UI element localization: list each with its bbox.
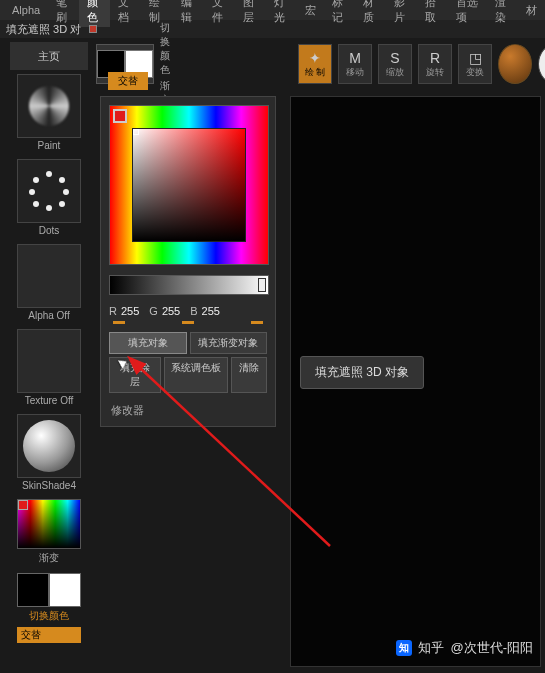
left-tray: 主页 Paint Dots Alpha Off Texture Off Skin…	[10, 42, 88, 643]
swatch-tabs: 交替	[108, 72, 148, 90]
draw-mode-button[interactable]: ✦ 绘 制	[298, 44, 332, 84]
brush-paint-label: Paint	[10, 140, 88, 155]
dots-ring-icon	[29, 171, 69, 211]
color-panel: R 255 G 255 B 255 填充对象 填充渐变对象 填充涂层 系统调色板…	[100, 96, 276, 427]
b-label: B	[190, 305, 197, 317]
watermark-author: @次世代-阳阳	[450, 639, 533, 657]
rgb-underlines	[109, 321, 267, 332]
gradient-thumb	[17, 499, 81, 549]
zhihu-logo-icon: 知	[396, 640, 412, 656]
brush-paint-thumb	[17, 74, 81, 138]
rotate-mode-button[interactable]: R 旋转	[418, 44, 452, 84]
color-picker[interactable]	[109, 105, 269, 265]
texture-slot[interactable]: Texture Off	[10, 329, 88, 410]
gradient-slot-label: 渐变	[10, 551, 88, 569]
swatch-labels: 切换颜色 渐变	[160, 21, 172, 107]
spiral-icon	[29, 86, 69, 126]
tab-alternate[interactable]: 交替	[108, 72, 148, 90]
gradient-slot[interactable]: 渐变	[10, 499, 88, 569]
scale-icon: S	[390, 50, 399, 66]
draw-icon: ✦	[309, 50, 321, 66]
rotate-icon: R	[430, 50, 440, 66]
r-field[interactable]: R 255	[109, 305, 139, 317]
material-slot[interactable]: SkinShade4	[10, 414, 88, 495]
menu-item-edit[interactable]: 编辑	[173, 0, 204, 27]
material-label: SkinShade4	[10, 480, 88, 495]
dual-swatch	[17, 573, 81, 607]
sphere-icon	[23, 420, 75, 472]
menu-item-render[interactable]: 渲染	[487, 0, 518, 27]
r-value: 255	[121, 305, 139, 317]
menu-item-material[interactable]: 材质	[355, 0, 386, 27]
menu-item-alpha[interactable]: Alpha	[4, 2, 48, 18]
watermark-prefix: 知乎	[418, 639, 444, 657]
swap-label[interactable]: 交替	[17, 627, 81, 643]
menu-item-more[interactable]: 材	[518, 1, 545, 20]
material-thumb	[17, 414, 81, 478]
move-icon: M	[349, 50, 361, 66]
menu-item-pick[interactable]: 拾取	[417, 0, 448, 27]
move-mode-button[interactable]: M 移动	[338, 44, 372, 84]
b-field[interactable]: B 255	[190, 305, 220, 317]
modifier-section-label[interactable]: 修改器	[109, 403, 267, 418]
dual-swatch-white	[49, 573, 81, 607]
scale-mode-button[interactable]: S 缩放	[378, 44, 412, 84]
clear-button[interactable]: 清除	[231, 357, 267, 393]
menu-item-doc[interactable]: 文档	[110, 0, 141, 27]
dual-swatch-black	[17, 573, 49, 607]
stroke-dots-slot[interactable]: Dots	[10, 159, 88, 240]
move-label: 移动	[346, 66, 364, 79]
stroke-dots-thumb	[17, 159, 81, 223]
switch-color-slot-label: 切换颜色	[10, 609, 88, 627]
mode-buttons: ✦ 绘 制 M 移动 S 缩放 R 旋转 ◳ 变换 Mrgb Rgb	[298, 44, 545, 84]
main-menu: Alpha 笔刷 颜色 文档 绘制 编辑 文件 图层 灯光 宏 标记 材质 影片…	[0, 0, 545, 20]
switch-color-slot[interactable]: 切换颜色 交替	[10, 573, 88, 643]
texture-thumb	[17, 329, 81, 393]
g-value: 255	[162, 305, 180, 317]
menu-item-mark[interactable]: 标记	[324, 0, 355, 27]
yin-yang-button[interactable]	[538, 44, 545, 84]
value-slider[interactable]	[109, 275, 269, 295]
fill-object-button[interactable]: 填充对象	[109, 332, 187, 354]
stroke-dots-label: Dots	[10, 225, 88, 240]
g-field[interactable]: G 255	[149, 305, 180, 317]
watermark: 知 知乎 @次世代-阳阳	[396, 639, 533, 657]
menu-item-light[interactable]: 灯光	[266, 0, 297, 27]
rotate-label: 旋转	[426, 66, 444, 79]
menu-item-macro[interactable]: 宏	[297, 1, 324, 20]
tooltip: 填充遮照 3D 对象	[300, 356, 424, 389]
b-value: 255	[202, 305, 220, 317]
brush-paint-slot[interactable]: Paint	[10, 74, 88, 155]
sphere-tool-button[interactable]	[498, 44, 532, 84]
texture-label: Texture Off	[10, 395, 88, 410]
menu-item-prefs[interactable]: 首选项	[448, 0, 487, 27]
alpha-slot[interactable]: Alpha Off	[10, 244, 88, 325]
xform-label: 变换	[466, 66, 484, 79]
draw-label: 绘 制	[305, 66, 326, 79]
fill-gradient-object-button[interactable]: 填充渐变对象	[190, 332, 268, 354]
current-color-chip[interactable]	[113, 109, 127, 123]
fill-layer-button[interactable]: 填充涂层	[109, 357, 161, 393]
sub-header-label: 填充遮照 3D 对	[0, 20, 87, 39]
r-label: R	[109, 305, 117, 317]
home-button[interactable]: 主页	[10, 42, 88, 70]
toolbar: 切换颜色 渐变 ✦ 绘 制 M 移动 S 缩放 R 旋转 ◳ 变换 Mrgb R…	[92, 38, 545, 90]
menu-item-movie[interactable]: 影片	[386, 0, 417, 27]
alpha-label: Alpha Off	[10, 310, 88, 325]
sv-box[interactable]	[132, 128, 246, 242]
xform-icon: ◳	[469, 50, 482, 66]
color-flag-icon	[89, 25, 97, 33]
scale-label: 缩放	[386, 66, 404, 79]
g-label: G	[149, 305, 158, 317]
xform-mode-button[interactable]: ◳ 变换	[458, 44, 492, 84]
sv-cursor-icon	[133, 129, 139, 135]
fill-actions: 填充对象 填充渐变对象 填充涂层 系统调色板 清除	[109, 332, 267, 393]
system-palette-button[interactable]: 系统调色板	[164, 357, 228, 393]
alpha-thumb	[17, 244, 81, 308]
rgb-fields: R 255 G 255 B 255	[109, 305, 267, 317]
menu-item-file[interactable]: 文件	[204, 0, 235, 27]
menu-item-layer[interactable]: 图层	[235, 0, 266, 27]
switch-color-label[interactable]: 切换颜色	[160, 21, 172, 77]
